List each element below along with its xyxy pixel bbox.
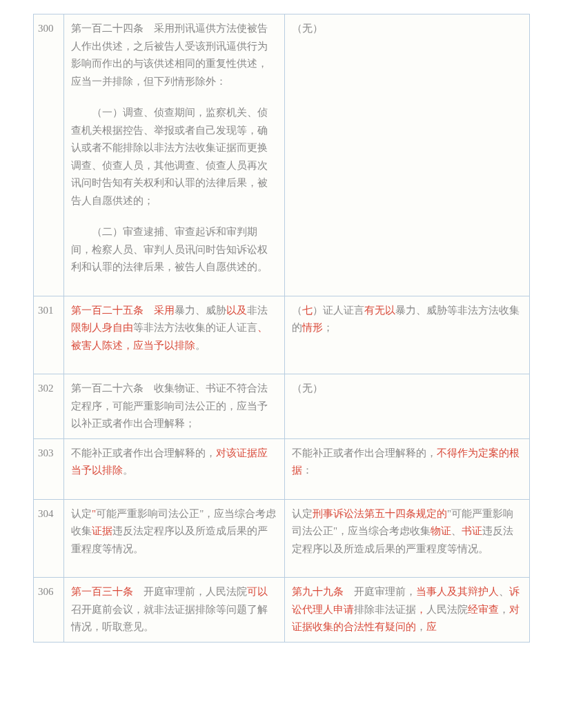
plain-text: ： xyxy=(302,465,333,476)
none-label: （无） xyxy=(292,383,323,394)
plain-text: 不能补正或者作出合理解释的， xyxy=(292,447,437,458)
plain-text: 、 xyxy=(499,586,509,597)
diff-text: 第一百三十条 xyxy=(71,586,133,597)
left-cell: 不能补正或者作出合理解释的，对该证据应当予以排除。 xyxy=(64,438,285,499)
diff-text: 有无以 xyxy=(364,305,395,316)
diff-text: 七 xyxy=(302,305,313,316)
right-cell: 认定刑事诉讼法第五十四条规定的"可能严重影响司法公正"，应当综合考虑收集物证、书… xyxy=(285,499,530,578)
table-row: 303 不能补正或者作出合理解释的，对该证据应当予以排除。 不能补正或者作出合理… xyxy=(34,438,530,499)
diff-text: 第一百二十五条 采用 xyxy=(71,305,175,316)
plain-text: 人民法院 xyxy=(426,604,468,615)
plain-text: （ xyxy=(292,305,302,316)
diff-text: 以及 xyxy=(226,305,247,316)
clause-2: （二）审查逮捕、审查起诉和审判期间，检察人员、审判人员讯问时告知诉讼权利和认罪的… xyxy=(71,223,277,276)
left-cell: 第一百二十五条 采用暴力、威胁以及非法限制人身自由等非法方法收集的证人证言、被害… xyxy=(64,296,285,374)
row-number: 303 xyxy=(34,438,64,499)
diff-text: 经审查 xyxy=(468,604,499,615)
diff-text: ， xyxy=(416,604,426,615)
plain-text: ， xyxy=(416,621,426,632)
diff-text: 物证 xyxy=(431,525,451,536)
none-label: （无） xyxy=(292,23,323,34)
plain-text: 。 xyxy=(123,465,133,476)
row-number: 302 xyxy=(34,374,64,439)
diff-text: 应 xyxy=(426,621,437,632)
row-number: 306 xyxy=(34,578,64,643)
table-row: 304 认定"可能严重影响司法公正"，应当综合考虑收集证据违反法定程序以及所造成… xyxy=(34,499,530,578)
plain-text: ， xyxy=(499,604,509,615)
plain-text: 等非法方法收集的证人证言 xyxy=(133,322,257,333)
article-text: 第一百二十四条 采用刑讯逼供方法使被告人作出供述，之后被告人受该刑讯逼供行为影响… xyxy=(71,20,277,90)
left-cell: 第一百三十条 开庭审理前，人民法院可以召开庭前会议，就非法证据排除等问题了解情况… xyxy=(64,578,285,643)
row-number: 304 xyxy=(34,499,64,578)
diff-text: 证据 xyxy=(92,525,112,536)
diff-text: 情形 xyxy=(302,322,323,333)
row-number: 301 xyxy=(34,296,64,374)
right-cell: 不能补正或者作出合理解释的，不得作为定案的根据： xyxy=(285,438,530,499)
left-cell: 第一百二十四条 采用刑讯逼供方法使被告人作出供述，之后被告人受该刑讯逼供行为影响… xyxy=(64,14,285,296)
diff-text: 可以 xyxy=(247,586,268,597)
table-row: 300 第一百二十四条 采用刑讯逼供方法使被告人作出供述，之后被告人受该刑讯逼供… xyxy=(34,14,530,296)
plain-text: 召开庭前会议，就非法证据排除等问题了解情况，听取意见。 xyxy=(71,604,268,633)
plain-text: 认定 xyxy=(292,508,313,519)
plain-text: 开庭审理前，人民法院 xyxy=(133,586,247,597)
diff-text: 当事人及其辩护人 xyxy=(416,586,499,597)
legal-comparison-table: 300 第一百二十四条 采用刑讯逼供方法使被告人作出供述，之后被告人受该刑讯逼供… xyxy=(0,0,563,656)
right-cell: （七）证人证言有无以暴力、威胁等非法方法收集的情形； xyxy=(285,296,530,374)
left-cell: 认定"可能严重影响司法公正"，应当综合考虑收集证据违反法定程序以及所造成后果的严… xyxy=(64,499,285,578)
plain-text: ）证人证言 xyxy=(313,305,364,316)
clause-1: （一）调查、侦查期间，监察机关、侦查机关根据控告、举报或者自己发现等，确认或者不… xyxy=(71,104,277,210)
row-number: 300 xyxy=(34,14,64,296)
left-cell: 第一百二十六条 收集物证、书证不符合法定程序，可能严重影响司法公正的，应当予以补… xyxy=(64,374,285,439)
plain-text: 、 xyxy=(451,525,462,536)
article-text: 第一百二十六条 收集物证、书证不符合法定程序，可能严重影响司法公正的，应当予以补… xyxy=(71,383,268,429)
plain-text: 排除非法证据 xyxy=(354,604,416,615)
plain-text: 不能补正或者作出合理解释的， xyxy=(71,447,216,458)
plain-text: 。 xyxy=(195,340,206,351)
comparison-table: 300 第一百二十四条 采用刑讯逼供方法使被告人作出供述，之后被告人受该刑讯逼供… xyxy=(33,14,530,643)
table-row: 302 第一百二十六条 收集物证、书证不符合法定程序，可能严重影响司法公正的，应… xyxy=(34,374,530,439)
plain-text: 开庭审理前， xyxy=(344,586,416,597)
right-cell: （无） xyxy=(285,14,530,296)
diff-text: 书证 xyxy=(462,525,482,536)
right-cell: 第九十九条 开庭审理前，当事人及其辩护人、诉讼代理人申请排除非法证据，人民法院经… xyxy=(285,578,530,643)
right-cell: （无） xyxy=(285,374,530,439)
plain-text: 暴力、威胁 xyxy=(175,305,226,316)
plain-text: ； xyxy=(323,322,333,333)
table-row: 301 第一百二十五条 采用暴力、威胁以及非法限制人身自由等非法方法收集的证人证… xyxy=(34,296,530,374)
diff-text: 限制人身自由 xyxy=(71,322,133,333)
diff-text: 刑事诉讼法第五十四条规定的 xyxy=(313,508,447,519)
plain-text: 认定 xyxy=(71,508,92,519)
table-row: 306 第一百三十条 开庭审理前，人民法院可以召开庭前会议，就非法证据排除等问题… xyxy=(34,578,530,643)
plain-text: 非法 xyxy=(247,305,268,316)
diff-text: 第九十九条 xyxy=(292,586,344,597)
